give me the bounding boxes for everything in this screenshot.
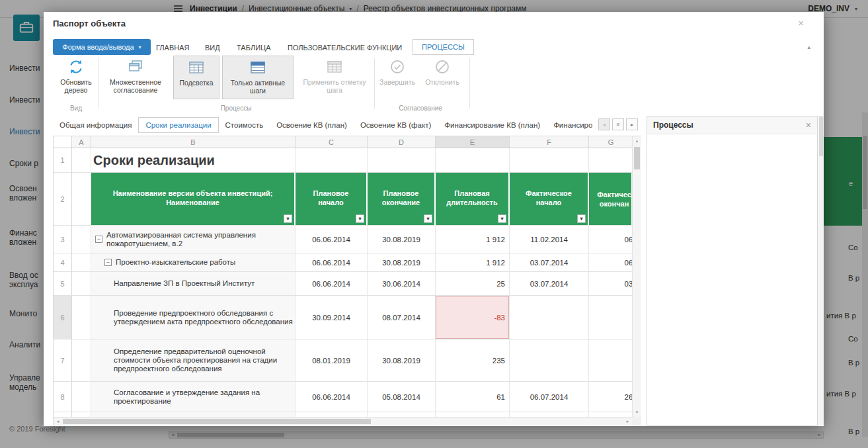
grid-cell[interactable]: 1 912 bbox=[436, 226, 510, 253]
collapse-toggle-icon[interactable]: − bbox=[104, 259, 112, 266]
name-cell[interactable]: − Автоматизированная система управления … bbox=[91, 226, 296, 253]
negative-value-cell-selected[interactable]: -83 bbox=[436, 296, 510, 339]
grid-cell[interactable]: 03.07.2014 bbox=[510, 253, 589, 272]
grid-cell[interactable]: 05.08.2014 bbox=[368, 382, 436, 412]
grid-cell[interactable] bbox=[72, 173, 91, 226]
sheet-tab-financing[interactable]: Финансиров bbox=[547, 117, 592, 133]
ribbon-tab-table[interactable]: ТАБЛИЦА bbox=[237, 42, 271, 54]
scroll-left-icon[interactable]: ◄ bbox=[54, 418, 62, 426]
scroll-down-icon[interactable]: ▼ bbox=[633, 408, 641, 416]
header-cell-name[interactable]: Наименование версии объекта инвестиций; … bbox=[91, 173, 296, 226]
sheet-tab-general[interactable]: Общая информация bbox=[53, 117, 138, 133]
row-number[interactable]: 8 bbox=[54, 382, 72, 412]
row-number[interactable]: 5 bbox=[54, 272, 72, 296]
grid-cell[interactable]: 06.06.2014 bbox=[296, 226, 368, 253]
close-icon[interactable]: × bbox=[798, 17, 804, 28]
grid-cell[interactable]: 08.01.2019 bbox=[296, 339, 368, 382]
io-form-button[interactable]: Форма ввода/вывода ▾ bbox=[53, 39, 151, 55]
panel-scrollbar[interactable] bbox=[818, 116, 824, 426]
grid-cell[interactable]: 26 bbox=[589, 382, 633, 412]
row-number[interactable]: 4 bbox=[54, 253, 72, 272]
grid-cell[interactable] bbox=[296, 148, 368, 173]
finish-button[interactable]: Завершить bbox=[377, 57, 418, 99]
scroll-right-icon[interactable]: ► bbox=[623, 418, 632, 426]
column-header[interactable]: A bbox=[72, 136, 91, 148]
name-cell[interactable]: − Проектно-изыскательские работы bbox=[91, 253, 296, 272]
scrollbar-thumb[interactable] bbox=[819, 116, 823, 156]
filter-button[interactable]: ▾ bbox=[577, 214, 586, 223]
grid-cell[interactable]: 11.02.2014 bbox=[510, 226, 589, 253]
grid-cell[interactable] bbox=[589, 148, 633, 173]
ribbon-tab-user-functions[interactable]: ПОЛЬЗОВАТЕЛЬСКИЕ ФУНКЦИИ bbox=[288, 42, 402, 54]
name-cell[interactable]: Направление ЗП в Проектный Институт bbox=[91, 272, 296, 296]
sheet-tab-deadlines-active[interactable]: Сроки реализации bbox=[138, 117, 218, 133]
grid-cell[interactable]: 30.06.2014 bbox=[368, 272, 436, 296]
header-cell-plan-start[interactable]: Плановое начало ▾ bbox=[296, 173, 368, 226]
grid-cell[interactable] bbox=[436, 148, 510, 173]
grid-cell[interactable] bbox=[589, 339, 633, 382]
filter-button[interactable]: ▾ bbox=[356, 214, 364, 223]
grid-cell[interactable] bbox=[72, 253, 91, 272]
grid-cell[interactable]: 235 bbox=[436, 339, 510, 382]
name-cell[interactable]: Определение предварительной оценочной ст… bbox=[91, 339, 296, 382]
grid-cell[interactable]: 30.08.2019 bbox=[368, 253, 436, 272]
scroll-up-icon[interactable]: ▲ bbox=[633, 137, 641, 145]
sheet-tab-financing-plan[interactable]: Финансирование КВ (план) bbox=[438, 117, 547, 133]
grid-cell[interactable]: 30.08.2019 bbox=[368, 339, 436, 382]
column-header[interactable]: F bbox=[510, 136, 589, 148]
ribbon-tab-view[interactable]: ВИД bbox=[205, 42, 220, 54]
grid-cell[interactable]: 03 bbox=[589, 272, 633, 296]
sheet-tab-capex-fact[interactable]: Освоение КВ (факт) bbox=[354, 117, 438, 133]
multiple-approval-button[interactable]: Множественное согласование bbox=[100, 57, 171, 99]
grid-cell[interactable] bbox=[72, 226, 91, 253]
grid-cell[interactable] bbox=[72, 382, 91, 412]
scrollbar-thumb[interactable] bbox=[63, 419, 371, 424]
grid-cell[interactable]: Сроки реализации bbox=[91, 148, 296, 173]
row-number[interactable]: 7 bbox=[54, 339, 72, 382]
ribbon-tab-processes-active[interactable]: ПРОЦЕССЫ bbox=[413, 39, 474, 55]
grid-cell[interactable] bbox=[368, 148, 436, 173]
grid-cell[interactable]: 06 bbox=[589, 226, 633, 253]
grid-cell[interactable]: 06.06.2014 bbox=[296, 272, 368, 296]
filter-button[interactable]: ▾ bbox=[284, 214, 292, 223]
grid-cell[interactable] bbox=[510, 339, 589, 382]
active-steps-toggle-button[interactable]: Только активные шаги bbox=[222, 56, 294, 99]
grid-cell[interactable]: 30.09.2014 bbox=[296, 296, 368, 339]
grid-cell[interactable] bbox=[72, 339, 91, 382]
filter-button[interactable]: ▾ bbox=[424, 214, 432, 223]
grid-horizontal-scrollbar[interactable]: ◄ ► bbox=[54, 417, 632, 426]
grid-cell[interactable] bbox=[589, 296, 633, 339]
row-number[interactable]: 1 bbox=[54, 148, 72, 173]
column-header[interactable]: G bbox=[589, 136, 633, 148]
grid-cell[interactable] bbox=[72, 148, 91, 173]
sheet-list-icon[interactable]: ≡ bbox=[612, 118, 624, 130]
grid-vertical-scrollbar[interactable]: ▲ ▼ bbox=[632, 136, 641, 417]
header-cell-plan-end[interactable]: Плановое окончание ▾ bbox=[368, 173, 436, 226]
header-cell-plan-duration[interactable]: Плановая длительность ▾ bbox=[436, 173, 510, 226]
reject-button[interactable]: Отклонить bbox=[422, 57, 463, 99]
filter-button[interactable]: ▾ bbox=[498, 214, 506, 223]
grid-cell[interactable]: 30.08.2019 bbox=[368, 226, 436, 253]
close-icon[interactable]: × bbox=[806, 120, 811, 130]
grid-cell[interactable]: 06.07.2014 bbox=[510, 382, 589, 412]
row-number[interactable]: 2 bbox=[54, 173, 72, 226]
name-cell[interactable]: Проведение предпроектного обследования с… bbox=[91, 296, 296, 339]
grid-cell[interactable]: 25 bbox=[436, 272, 510, 296]
apply-step-mark-button[interactable]: Применить отметку шага bbox=[297, 57, 372, 99]
name-cell[interactable]: Согласование и утверждение задания на пр… bbox=[91, 382, 296, 412]
column-header-selected[interactable]: E bbox=[436, 136, 510, 148]
sheet-tab-cost[interactable]: Стоимость bbox=[219, 117, 270, 133]
grid-cell[interactable]: 06.06.2014 bbox=[296, 253, 368, 272]
column-header[interactable]: D bbox=[368, 136, 436, 148]
grid-cell[interactable] bbox=[510, 148, 589, 173]
grid-cell[interactable]: 03.07.2014 bbox=[510, 272, 589, 296]
grid-cell[interactable] bbox=[72, 272, 91, 296]
column-header[interactable]: C bbox=[296, 136, 368, 148]
grid-cell[interactable]: 06.06.2014 bbox=[296, 382, 368, 412]
ribbon-tab-main[interactable]: ГЛАВНАЯ bbox=[156, 42, 189, 54]
grid-cell[interactable] bbox=[72, 296, 91, 339]
grid-cell[interactable]: 08.07.2014 bbox=[368, 296, 436, 339]
scrollbar-thumb[interactable] bbox=[634, 147, 640, 169]
collapse-toggle-icon[interactable]: − bbox=[95, 236, 102, 243]
header-cell-fact-start[interactable]: Фактическое начало ▾ bbox=[510, 173, 589, 226]
